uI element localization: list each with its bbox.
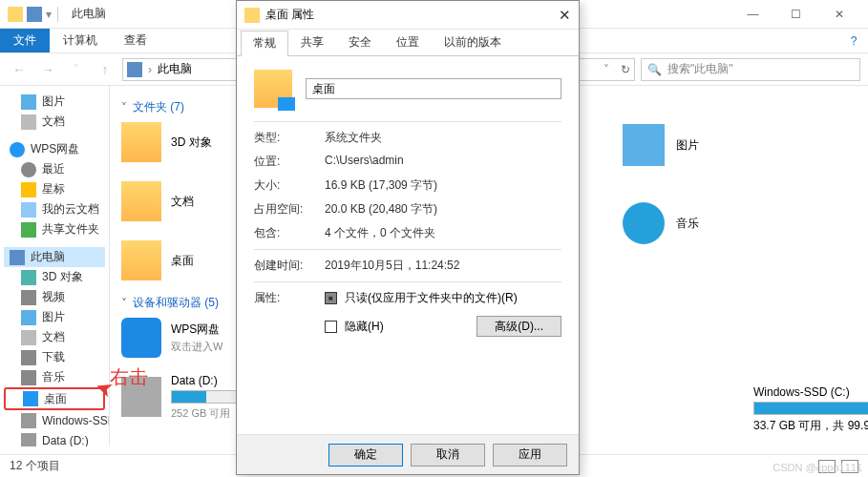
tab-prev[interactable]: 以前的版本 <box>432 30 514 55</box>
tree-d[interactable]: Data (D:) <box>4 430 105 446</box>
item-desktop[interactable]: 桌面 <box>121 239 212 281</box>
tab-share[interactable]: 共享 <box>288 30 336 55</box>
tab-general[interactable]: 常规 <box>241 31 288 56</box>
item-3d[interactable]: 3D 对象 <box>121 121 212 163</box>
search-icon: 🔍 <box>647 63 662 76</box>
dialog-footer: 确定 取消 应用 <box>237 434 579 474</box>
forward-button[interactable]: → <box>36 58 59 81</box>
tree-star[interactable]: 星标 <box>4 179 105 199</box>
search-input[interactable]: 🔍 搜索"此电脑" <box>641 58 860 81</box>
tree-docs2[interactable]: 文档 <box>4 327 105 347</box>
tree-c[interactable]: Windows-SSD ( <box>4 410 105 430</box>
tree-pictures[interactable]: 图片 <box>4 92 105 112</box>
properties-dialog: 桌面 属性 ✕ 常规 共享 安全 位置 以前的版本 类型:系统文件夹 位置:C:… <box>236 0 580 475</box>
tree-music[interactable]: 音乐 <box>4 367 105 387</box>
up-button[interactable]: ↑ <box>94 58 116 81</box>
cancel-button[interactable]: 取消 <box>411 444 485 467</box>
item-music[interactable]: 音乐 <box>623 199 699 247</box>
folder-icon[interactable] <box>8 7 23 22</box>
ribbon-tab-view[interactable]: 查看 <box>111 29 160 52</box>
annotation-text: 右击 <box>110 364 148 390</box>
ok-button[interactable]: 确定 <box>328 444 403 467</box>
advanced-button[interactable]: 高级(D)... <box>476 316 561 337</box>
dialog-titlebar[interactable]: 桌面 属性 ✕ <box>237 1 579 30</box>
tab-location[interactable]: 位置 <box>384 30 432 55</box>
qat-dropdown[interactable]: ▾ <box>46 8 52 21</box>
tree-desktop[interactable]: 桌面 <box>4 387 105 410</box>
recent-button[interactable]: ˅ <box>65 58 88 81</box>
name-input[interactable] <box>306 78 561 99</box>
item-docs[interactable]: 文档 <box>121 180 212 222</box>
folder-icon <box>244 8 260 23</box>
window-controls: — ☐ ✕ <box>731 1 860 28</box>
val-disk: 20.0 KB (20,480 字节) <box>325 201 437 218</box>
watermark: CSDN @cppp1111 <box>773 462 862 473</box>
qat: ▾ <box>8 7 52 22</box>
tree-3d[interactable]: 3D 对象 <box>4 267 105 287</box>
refresh-icon[interactable]: ↻ <box>621 63 630 76</box>
chevron-down-icon[interactable]: ˅ <box>603 63 609 76</box>
val-ct: 2019年10月5日，11:24:52 <box>325 258 459 274</box>
item-c-drive[interactable]: Windows-SSD (C:) 33.7 GB 可用，共 99.9 GB <box>753 385 868 434</box>
dialog-folder-icon <box>254 70 292 108</box>
val-size: 16.9 KB (17,309 字节) <box>325 177 437 194</box>
tab-security[interactable]: 安全 <box>336 30 384 55</box>
hidden-checkbox[interactable] <box>325 321 337 333</box>
tree-share[interactable]: 共享文件夹 <box>4 219 105 239</box>
maximize-button[interactable]: ☐ <box>774 1 817 28</box>
close-button[interactable]: ✕ <box>817 1 860 28</box>
tree-wps[interactable]: WPS网盘 <box>4 139 105 159</box>
pc-icon <box>127 62 142 77</box>
tree-pics2[interactable]: 图片 <box>4 307 105 327</box>
ribbon-tab-file[interactable]: 文件 <box>0 29 50 52</box>
breadcrumb-loc[interactable]: 此电脑 <box>158 61 192 77</box>
help-button[interactable]: ? <box>839 29 868 52</box>
tree-documents[interactable]: 文档 <box>4 112 105 132</box>
dialog-tabs: 常规 共享 安全 位置 以前的版本 <box>237 30 579 56</box>
back-button[interactable]: ← <box>8 58 31 81</box>
dialog-close-button[interactable]: ✕ <box>559 7 571 24</box>
apply-button[interactable]: 应用 <box>493 444 567 467</box>
item-pics[interactable]: 图片 <box>623 121 699 169</box>
chevron-icon: › <box>148 63 152 76</box>
tree-recent[interactable]: 最近 <box>4 159 105 179</box>
tree-video[interactable]: 视频 <box>4 287 105 307</box>
val-cont: 4 个文件，0 个文件夹 <box>325 225 435 241</box>
window-title: 此电脑 <box>72 6 106 22</box>
minimize-button[interactable]: — <box>731 1 774 28</box>
dialog-title: 桌面 属性 <box>265 7 314 23</box>
search-placeholder: 搜索"此电脑" <box>667 61 733 77</box>
tree-dl[interactable]: 下载 <box>4 347 105 367</box>
readonly-checkbox[interactable]: 只读(仅应用于文件夹中的文件)(R) <box>325 290 561 306</box>
val-loc: C:\Users\admin <box>325 154 404 170</box>
tree-this-pc[interactable]: 此电脑 <box>4 247 105 267</box>
val-type: 系统文件夹 <box>325 130 382 146</box>
ribbon-tab-computer[interactable]: 计算机 <box>50 29 111 52</box>
status-text: 12 个项目 <box>10 458 60 474</box>
pc-icon[interactable] <box>27 7 42 22</box>
tree-cloud[interactable]: 我的云文档 <box>4 199 105 219</box>
